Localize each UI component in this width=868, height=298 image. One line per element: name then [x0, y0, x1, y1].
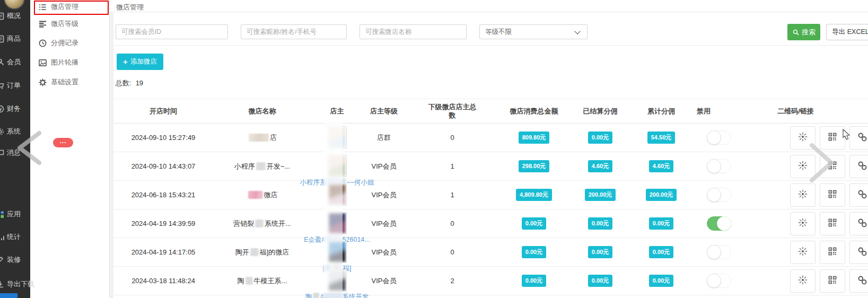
sidebar-item-label: 财务 — [7, 104, 21, 113]
link-button[interactable] — [849, 212, 868, 235]
qrcode-button[interactable] — [820, 269, 845, 293]
link-button[interactable] — [849, 269, 868, 293]
owner-avatar-wrap: 小程序系~~何小姐 — [328, 155, 347, 177]
search-button[interactable]: 搜索 — [787, 24, 820, 40]
orders-icon — [0, 82, 5, 90]
owner-level-cell: VIP会员 — [363, 267, 405, 295]
sidebar-item-stats[interactable]: 统计 — [0, 232, 30, 242]
disable-cell — [690, 152, 748, 180]
sidebar-item-decorate[interactable]: 装修 — [0, 255, 30, 265]
submenu-item-label: 基础设置 — [51, 77, 78, 87]
sidebar-item-apps[interactable]: 应用 — [0, 209, 30, 220]
total-amount-badge: 298.00元 — [519, 160, 550, 172]
settled-commission-badge-cell: 0.00元 — [568, 267, 632, 295]
sidebar-item-goods[interactable]: 商品 — [0, 33, 30, 44]
submenu-item-store-level[interactable]: 微店等级 — [39, 18, 78, 30]
accrued-commission-badge-cell: 4.60元 — [632, 152, 690, 180]
apps-icon — [0, 211, 5, 218]
sidebar-item-overview[interactable]: 概况 — [0, 11, 30, 21]
accrued-commission-badge: 54.50元 — [647, 132, 676, 144]
level-select[interactable]: 等级不限 — [479, 24, 588, 39]
store-level-icon — [39, 20, 47, 28]
submenu-item-image-carousel[interactable]: 图片轮播 — [39, 57, 78, 68]
sidebar-item-finance[interactable]: 财务 — [0, 103, 30, 114]
owner-cell: E企盈#526014... — [311, 209, 363, 238]
link-button[interactable] — [849, 183, 868, 207]
avatar — [328, 183, 347, 206]
link-button[interactable] — [849, 155, 868, 178]
miniprogram-code-button[interactable] — [790, 183, 816, 207]
table-row: 2024-04-19 14:39:59营销裂系统开...E企盈#526014..… — [113, 209, 868, 238]
accrued-commission-badge: 0.00元 — [649, 275, 673, 287]
redacted-blur — [313, 293, 319, 298]
disable-toggle[interactable] — [707, 130, 731, 145]
miniprogram-code-icon — [797, 188, 809, 201]
toggle-knob — [707, 130, 721, 145]
stats-icon — [0, 233, 5, 241]
link-icon — [857, 217, 868, 230]
qrcode-button[interactable] — [820, 241, 845, 264]
disable-toggle[interactable] — [707, 245, 731, 259]
chevron-down-icon — [574, 28, 580, 34]
miniprogram-code-button[interactable] — [790, 212, 816, 235]
sidebar-item-members[interactable]: 会员 — [0, 57, 30, 67]
total-count: 总数:19 — [116, 78, 143, 88]
accrued-commission-badge-cell: 54.50元 — [632, 124, 690, 152]
store-name-search-input[interactable] — [360, 24, 467, 39]
settled-commission-badge: 0.00元 — [588, 217, 612, 230]
disable-toggle[interactable] — [707, 188, 731, 202]
add-store-label: 添加微店 — [130, 57, 157, 66]
qrcode-icon — [827, 217, 838, 230]
disable-toggle[interactable] — [707, 274, 731, 288]
total-amount-badge: 0.00元 — [522, 275, 546, 287]
disable-toggle[interactable] — [707, 159, 731, 173]
miniprogram-code-icon — [797, 246, 809, 259]
export-excel-button[interactable]: 导出 EXCEL — [826, 24, 868, 40]
submenu-item-basic-settings[interactable]: 基础设置 — [39, 76, 78, 88]
text-fragment: 系统开... — [265, 219, 291, 229]
export-button-label: 导出 EXCEL — [832, 28, 868, 37]
submenu-item-commission-record[interactable]: 分佣记录 — [39, 37, 78, 49]
decorate-icon — [0, 256, 5, 264]
nickname-search-input[interactable] — [241, 24, 347, 39]
settled-commission-badge: 200.00元 — [585, 189, 616, 201]
toggle-knob — [707, 188, 721, 202]
text-fragment: 开发~... — [267, 162, 290, 171]
accrued-commission-badge: 0.00元 — [649, 217, 673, 230]
submenu-item-label: 图片轮播 — [51, 58, 78, 67]
disable-cell — [690, 209, 748, 238]
col-header-owner-level: 店主等级 — [363, 99, 405, 123]
submenu-item-label: 分佣记录 — [51, 38, 78, 48]
miniprogram-code-button[interactable] — [790, 269, 816, 293]
avatar-blur — [329, 185, 346, 205]
col-header-settled-commission: 已结算分佣 — [568, 99, 632, 123]
redacted-blur — [246, 277, 253, 285]
text-fragment: 微店 — [264, 190, 278, 200]
chevron-right-icon[interactable] — [807, 142, 837, 186]
table-row: 2024-09-10 14:43:07小程序开发~...小程序系~~何小姐VIP… — [113, 152, 868, 181]
avatar — [328, 241, 347, 263]
qrcode-button[interactable] — [820, 212, 845, 235]
qrcode-icon — [827, 246, 838, 258]
total-amount-badge: 4,809.80元 — [516, 189, 552, 201]
qrcode-button[interactable] — [820, 183, 845, 207]
add-store-button[interactable]: + 添加微店 — [117, 54, 163, 70]
sidebar-item-export-download[interactable]: 导出下载 — [0, 279, 30, 290]
basic-settings-icon — [39, 78, 47, 86]
disable-toggle[interactable] — [707, 216, 731, 231]
avatar-blur — [329, 156, 346, 176]
link-icon — [857, 275, 868, 287]
link-button[interactable] — [849, 126, 868, 150]
total-amount-badge-cell: 0.00元 — [499, 238, 568, 266]
plus-icon: + — [123, 58, 128, 66]
sidebar-item-orders[interactable]: 订单 — [0, 80, 30, 91]
member-id-search-input[interactable] — [116, 24, 228, 39]
store-table: 开店时间 微店名称 店主 店主等级 下级微店店主总数 微店消费总金额 已结算分佣… — [113, 99, 868, 295]
user-avatar[interactable] — [4, 0, 25, 10]
sub-store-count-cell: 1 — [405, 152, 499, 180]
miniprogram-code-button[interactable] — [790, 241, 816, 264]
qrcode-icon — [827, 275, 838, 287]
link-button[interactable] — [849, 241, 868, 264]
chevron-left-icon[interactable] — [13, 130, 46, 168]
redacted-blur — [250, 248, 259, 256]
